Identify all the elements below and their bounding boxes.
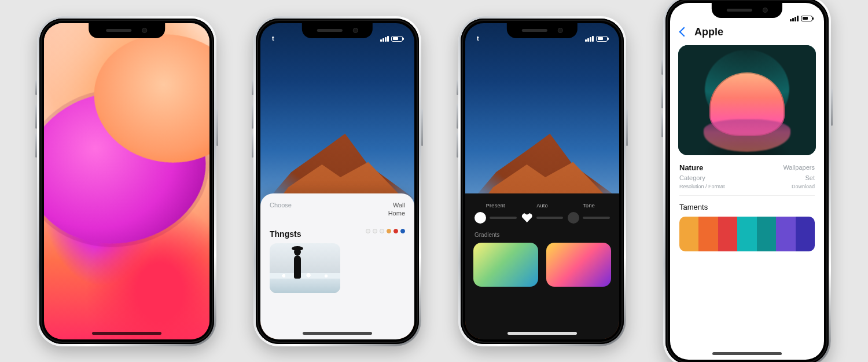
phone-mock-3: t Present Auto Tone (458, 16, 626, 346)
palette-swatch[interactable] (776, 217, 795, 251)
editor-panel: Present Auto Tone Gradients (465, 193, 619, 339)
sheet-subvalue: Home (388, 210, 405, 217)
slider-caption: Tone (583, 203, 595, 209)
notch (302, 23, 373, 38)
phone-screen-3: t Present Auto Tone (465, 23, 619, 339)
slider-caption: Auto (536, 203, 548, 209)
sheet-row-2: . Home (270, 210, 405, 217)
palette-swatch[interactable] (737, 217, 756, 251)
gradient-swatch-2[interactable] (546, 243, 611, 287)
front-camera (762, 8, 767, 13)
detail-page: Apple Nature Wallpapers Category Set Res… (670, 3, 824, 360)
slider-track[interactable] (583, 217, 610, 219)
slider-caption: Present (486, 203, 505, 209)
status-time: t (477, 35, 479, 42)
power-button (831, 89, 833, 126)
power-button (216, 109, 218, 146)
phone-mock-1 (37, 16, 216, 346)
volume-down-button (252, 133, 253, 158)
notch (89, 23, 165, 38)
power-button (626, 109, 628, 146)
person-silhouette-icon (289, 245, 306, 279)
color-dots[interactable] (366, 229, 405, 233)
slider-row: Present Auto Tone (473, 200, 611, 229)
palette-swatch[interactable] (718, 217, 737, 251)
battery-icon (391, 36, 403, 42)
notch (712, 3, 782, 18)
slider-track[interactable] (536, 217, 564, 219)
palette-swatch[interactable] (757, 217, 776, 251)
palette-swatch[interactable] (698, 217, 718, 251)
mute-switch (457, 80, 458, 95)
volume-down-button (35, 133, 37, 158)
gradient-swatch-1[interactable] (473, 243, 538, 287)
back-chevron-icon[interactable] (678, 27, 689, 37)
cell-signal-icon (380, 36, 389, 42)
volume-up-button (661, 84, 663, 108)
mute-switch (35, 80, 37, 95)
front-camera (142, 28, 147, 33)
sheet-row-1: Choose Wall (270, 202, 405, 209)
speaker-grille (317, 29, 342, 32)
battery-icon (596, 36, 608, 42)
front-camera (557, 28, 562, 33)
mute-switch (661, 60, 663, 75)
section-header-row: Thngsts (270, 224, 405, 239)
wallpaper-abstract-blobs (44, 23, 209, 339)
speaker-grille (726, 9, 752, 12)
editor-subheading: Gradients (475, 232, 610, 238)
volume-up-button (457, 104, 458, 129)
section-title: Thngsts (270, 229, 301, 239)
slider-knob[interactable] (475, 212, 486, 224)
status-icons (585, 36, 608, 42)
palette-section: Taments (670, 202, 824, 251)
home-indicator[interactable] (92, 332, 161, 335)
divider (679, 195, 815, 196)
gradient-swatches (473, 243, 611, 287)
home-indicator[interactable] (712, 352, 782, 355)
meta-block: Nature Wallpapers Category Set Resolutio… (670, 161, 824, 189)
heart-icon[interactable] (521, 212, 533, 224)
slider-knob[interactable] (568, 212, 579, 224)
palette-strip[interactable] (679, 217, 815, 251)
status-icons (380, 36, 403, 42)
home-indicator[interactable] (507, 332, 577, 335)
volume-up-button (252, 104, 253, 129)
home-indicator[interactable] (303, 332, 372, 335)
phone-mock-4: . Apple Nature Wallpapers Category (663, 0, 831, 362)
slider-1[interactable]: Present (475, 203, 517, 224)
hero-image-cave-portal[interactable] (678, 45, 816, 155)
slider-track[interactable] (490, 217, 517, 219)
volume-down-button (661, 113, 663, 137)
speaker-grille (521, 29, 547, 32)
cell-signal-icon (790, 16, 799, 21)
meta-right[interactable]: Download (792, 184, 815, 189)
meta-right: Wallpapers (783, 164, 815, 171)
volume-up-button (35, 104, 37, 129)
palette-swatch[interactable] (679, 217, 698, 251)
meta-left: Category (679, 174, 705, 181)
speaker-grille (106, 29, 131, 32)
slider-2[interactable]: Auto (521, 203, 564, 224)
slider-3[interactable]: Tone (568, 203, 610, 224)
palette-swatch[interactable] (796, 217, 815, 251)
mute-switch (252, 80, 253, 95)
suggestion-thumbnail[interactable] (270, 243, 340, 293)
power-button (421, 109, 423, 146)
phone-screen-2: t Choose Wall . Home Thngsts (260, 23, 414, 339)
meta-left: Resolution / Format (679, 184, 725, 189)
sheet-value: Wall (393, 202, 405, 209)
page-title: Apple (694, 26, 723, 38)
front-camera (352, 28, 358, 33)
meta-right[interactable]: Set (805, 174, 815, 181)
meta-left: Nature (679, 163, 703, 172)
phone-screen-1 (44, 23, 209, 339)
status-time: t (272, 35, 274, 42)
volume-down-button (457, 133, 458, 158)
cell-signal-icon (585, 36, 594, 42)
sheet-label: Choose (270, 202, 292, 209)
notch (507, 23, 578, 38)
phone-mock-2: t Choose Wall . Home Thngsts (253, 16, 421, 346)
bottom-sheet: Choose Wall . Home Thngsts (260, 193, 414, 339)
phone-screen-4: . Apple Nature Wallpapers Category (670, 3, 824, 360)
